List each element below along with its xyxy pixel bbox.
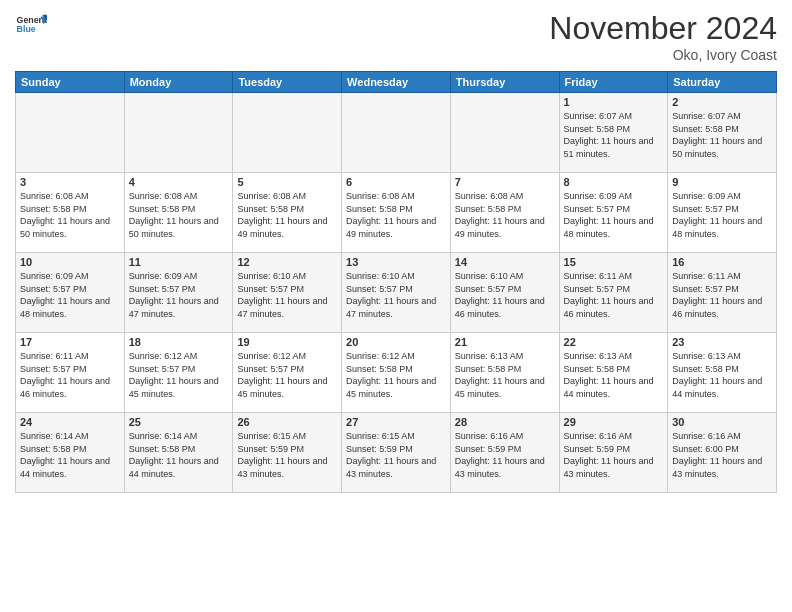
- calendar-cell: 17 Sunrise: 6:11 AM Sunset: 5:57 PM Dayl…: [16, 333, 125, 413]
- calendar-cell: 6 Sunrise: 6:08 AM Sunset: 5:58 PM Dayli…: [342, 173, 451, 253]
- day-info: Sunrise: 6:13 AM Sunset: 5:58 PM Dayligh…: [455, 350, 555, 400]
- calendar-cell: 29 Sunrise: 6:16 AM Sunset: 5:59 PM Dayl…: [559, 413, 668, 493]
- day-number: 12: [237, 256, 337, 268]
- calendar-cell: 12 Sunrise: 6:10 AM Sunset: 5:57 PM Dayl…: [233, 253, 342, 333]
- sunset-text: Sunset: 5:57 PM: [672, 204, 739, 214]
- day-number: 16: [672, 256, 772, 268]
- sunrise-text: Sunrise: 6:12 AM: [237, 351, 306, 361]
- logo: General Blue: [15, 10, 47, 42]
- sunrise-text: Sunrise: 6:08 AM: [237, 191, 306, 201]
- calendar-cell: [450, 93, 559, 173]
- day-info: Sunrise: 6:09 AM Sunset: 5:57 PM Dayligh…: [129, 270, 229, 320]
- daylight-text: Daylight: 11 hours and 43 minutes.: [455, 456, 545, 479]
- sunrise-text: Sunrise: 6:15 AM: [237, 431, 306, 441]
- day-info: Sunrise: 6:13 AM Sunset: 5:58 PM Dayligh…: [564, 350, 664, 400]
- day-number: 6: [346, 176, 446, 188]
- day-info: Sunrise: 6:10 AM Sunset: 5:57 PM Dayligh…: [237, 270, 337, 320]
- sunset-text: Sunset: 5:58 PM: [564, 124, 631, 134]
- day-number: 4: [129, 176, 229, 188]
- daylight-text: Daylight: 11 hours and 43 minutes.: [346, 456, 436, 479]
- day-number: 28: [455, 416, 555, 428]
- sunrise-text: Sunrise: 6:11 AM: [20, 351, 89, 361]
- calendar-cell: 19 Sunrise: 6:12 AM Sunset: 5:57 PM Dayl…: [233, 333, 342, 413]
- daylight-text: Daylight: 11 hours and 51 minutes.: [564, 136, 654, 159]
- sunset-text: Sunset: 5:58 PM: [672, 124, 739, 134]
- day-info: Sunrise: 6:08 AM Sunset: 5:58 PM Dayligh…: [455, 190, 555, 240]
- col-thursday: Thursday: [450, 72, 559, 93]
- sunrise-text: Sunrise: 6:08 AM: [455, 191, 524, 201]
- sunset-text: Sunset: 5:58 PM: [564, 364, 631, 374]
- day-info: Sunrise: 6:08 AM Sunset: 5:58 PM Dayligh…: [346, 190, 446, 240]
- calendar-cell: 10 Sunrise: 6:09 AM Sunset: 5:57 PM Dayl…: [16, 253, 125, 333]
- sunset-text: Sunset: 5:58 PM: [20, 444, 87, 454]
- day-info: Sunrise: 6:11 AM Sunset: 5:57 PM Dayligh…: [672, 270, 772, 320]
- sunset-text: Sunset: 5:58 PM: [20, 204, 87, 214]
- day-number: 1: [564, 96, 664, 108]
- day-info: Sunrise: 6:16 AM Sunset: 5:59 PM Dayligh…: [455, 430, 555, 480]
- sunrise-text: Sunrise: 6:09 AM: [564, 191, 633, 201]
- calendar-cell: 7 Sunrise: 6:08 AM Sunset: 5:58 PM Dayli…: [450, 173, 559, 253]
- daylight-text: Daylight: 11 hours and 50 minutes.: [672, 136, 762, 159]
- day-number: 25: [129, 416, 229, 428]
- calendar-cell: [16, 93, 125, 173]
- week-row-2: 10 Sunrise: 6:09 AM Sunset: 5:57 PM Dayl…: [16, 253, 777, 333]
- daylight-text: Daylight: 11 hours and 49 minutes.: [455, 216, 545, 239]
- day-number: 9: [672, 176, 772, 188]
- day-number: 11: [129, 256, 229, 268]
- daylight-text: Daylight: 11 hours and 45 minutes.: [455, 376, 545, 399]
- day-number: 23: [672, 336, 772, 348]
- daylight-text: Daylight: 11 hours and 47 minutes.: [129, 296, 219, 319]
- daylight-text: Daylight: 11 hours and 46 minutes.: [564, 296, 654, 319]
- day-info: Sunrise: 6:10 AM Sunset: 5:57 PM Dayligh…: [346, 270, 446, 320]
- sunset-text: Sunset: 5:59 PM: [455, 444, 522, 454]
- calendar-cell: 28 Sunrise: 6:16 AM Sunset: 5:59 PM Dayl…: [450, 413, 559, 493]
- daylight-text: Daylight: 11 hours and 50 minutes.: [129, 216, 219, 239]
- calendar-cell: 20 Sunrise: 6:12 AM Sunset: 5:58 PM Dayl…: [342, 333, 451, 413]
- daylight-text: Daylight: 11 hours and 43 minutes.: [564, 456, 654, 479]
- day-info: Sunrise: 6:08 AM Sunset: 5:58 PM Dayligh…: [129, 190, 229, 240]
- header-row: Sunday Monday Tuesday Wednesday Thursday…: [16, 72, 777, 93]
- day-number: 21: [455, 336, 555, 348]
- sunrise-text: Sunrise: 6:07 AM: [672, 111, 741, 121]
- day-number: 7: [455, 176, 555, 188]
- sunset-text: Sunset: 5:57 PM: [237, 284, 304, 294]
- day-number: 22: [564, 336, 664, 348]
- day-info: Sunrise: 6:16 AM Sunset: 5:59 PM Dayligh…: [564, 430, 664, 480]
- calendar-cell: 21 Sunrise: 6:13 AM Sunset: 5:58 PM Dayl…: [450, 333, 559, 413]
- day-number: 10: [20, 256, 120, 268]
- sunrise-text: Sunrise: 6:08 AM: [346, 191, 415, 201]
- sunset-text: Sunset: 5:57 PM: [564, 284, 631, 294]
- daylight-text: Daylight: 11 hours and 45 minutes.: [237, 376, 327, 399]
- calendar-cell: 30 Sunrise: 6:16 AM Sunset: 6:00 PM Dayl…: [668, 413, 777, 493]
- daylight-text: Daylight: 11 hours and 48 minutes.: [672, 216, 762, 239]
- sunrise-text: Sunrise: 6:09 AM: [20, 271, 89, 281]
- week-row-0: 1 Sunrise: 6:07 AM Sunset: 5:58 PM Dayli…: [16, 93, 777, 173]
- sunrise-text: Sunrise: 6:12 AM: [346, 351, 415, 361]
- day-info: Sunrise: 6:14 AM Sunset: 5:58 PM Dayligh…: [20, 430, 120, 480]
- calendar-cell: 8 Sunrise: 6:09 AM Sunset: 5:57 PM Dayli…: [559, 173, 668, 253]
- sunrise-text: Sunrise: 6:08 AM: [129, 191, 198, 201]
- daylight-text: Daylight: 11 hours and 45 minutes.: [346, 376, 436, 399]
- daylight-text: Daylight: 11 hours and 48 minutes.: [564, 216, 654, 239]
- day-number: 27: [346, 416, 446, 428]
- calendar-cell: [124, 93, 233, 173]
- month-title: November 2024: [549, 10, 777, 47]
- day-info: Sunrise: 6:11 AM Sunset: 5:57 PM Dayligh…: [20, 350, 120, 400]
- sunset-text: Sunset: 5:58 PM: [455, 364, 522, 374]
- daylight-text: Daylight: 11 hours and 44 minutes.: [672, 376, 762, 399]
- day-info: Sunrise: 6:12 AM Sunset: 5:57 PM Dayligh…: [129, 350, 229, 400]
- calendar-cell: 2 Sunrise: 6:07 AM Sunset: 5:58 PM Dayli…: [668, 93, 777, 173]
- week-row-1: 3 Sunrise: 6:08 AM Sunset: 5:58 PM Dayli…: [16, 173, 777, 253]
- calendar-cell: [233, 93, 342, 173]
- day-info: Sunrise: 6:15 AM Sunset: 5:59 PM Dayligh…: [346, 430, 446, 480]
- sunrise-text: Sunrise: 6:16 AM: [455, 431, 524, 441]
- daylight-text: Daylight: 11 hours and 43 minutes.: [237, 456, 327, 479]
- daylight-text: Daylight: 11 hours and 44 minutes.: [20, 456, 110, 479]
- day-info: Sunrise: 6:12 AM Sunset: 5:58 PM Dayligh…: [346, 350, 446, 400]
- day-info: Sunrise: 6:07 AM Sunset: 5:58 PM Dayligh…: [564, 110, 664, 160]
- svg-text:Blue: Blue: [17, 24, 36, 34]
- calendar-cell: 24 Sunrise: 6:14 AM Sunset: 5:58 PM Dayl…: [16, 413, 125, 493]
- sunrise-text: Sunrise: 6:09 AM: [672, 191, 741, 201]
- sunrise-text: Sunrise: 6:13 AM: [455, 351, 524, 361]
- col-wednesday: Wednesday: [342, 72, 451, 93]
